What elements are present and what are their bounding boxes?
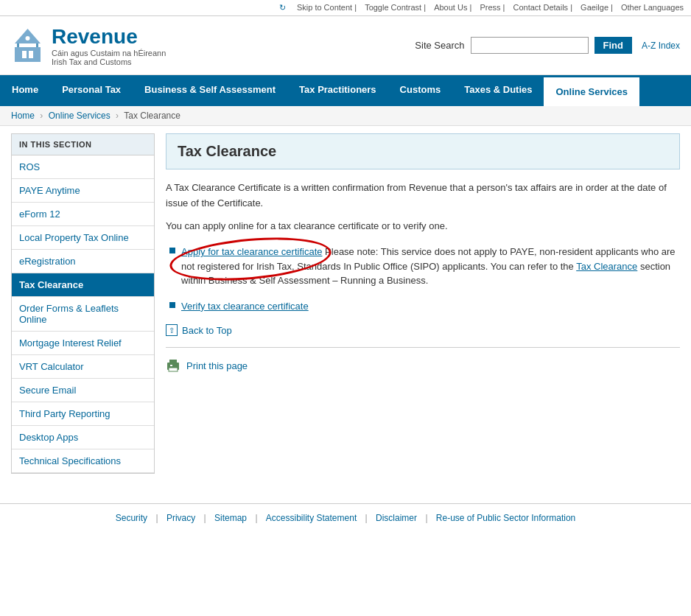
svg-rect-8: [169, 360, 177, 363]
print-icon: [166, 359, 180, 372]
search-input[interactable]: [471, 37, 589, 54]
sidebar: IN THIS SECTION ROS PAYE Anytime eForm 1…: [11, 133, 155, 474]
nav-online-services[interactable]: Online Services: [544, 75, 639, 106]
content-divider: [166, 347, 680, 348]
logo-area: Revenue Cáin agus Custaim na hÉireann Ir…: [11, 25, 166, 66]
sidebar-item-ros[interactable]: ROS: [12, 155, 154, 179]
about-us-link[interactable]: About Us: [434, 3, 467, 12]
svg-rect-0: [15, 47, 41, 62]
intro-paragraph-1: A Tax Clearance Certificate is a written…: [166, 181, 680, 211]
search-area: Site Search Find A-Z Index: [415, 37, 680, 54]
verify-bullet-item: Verify tax clearance certificate: [166, 299, 680, 314]
nav-taxes-duties[interactable]: Taxes & Duties: [452, 75, 544, 106]
print-page-link[interactable]: Print this page: [186, 360, 248, 371]
sidebar-item-tax-clearance[interactable]: Tax Clearance: [12, 273, 154, 297]
page-body: IN THIS SECTION ROS PAYE Anytime eForm 1…: [0, 126, 691, 481]
svg-rect-9: [169, 368, 178, 371]
intro-paragraph-2: You can apply online for a tax clearance…: [166, 219, 680, 234]
back-to-top-section: ⇧ Back to Top: [166, 324, 680, 336]
apply-bullet-item: Apply for tax clearance certificate Plea…: [166, 245, 680, 288]
footer-security-link[interactable]: Security: [116, 513, 147, 523]
page-title-box: Tax Clearance: [166, 133, 680, 169]
nav-personal-tax[interactable]: Personal Tax: [50, 75, 133, 106]
main-navigation: Home Personal Tax Business & Self Assess…: [0, 75, 691, 106]
sidebar-item-paye-anytime[interactable]: PAYE Anytime: [12, 179, 154, 203]
bullet-icon-2: [169, 302, 175, 308]
footer-sitemap-link[interactable]: Sitemap: [214, 513, 247, 523]
revenue-logo-icon: [11, 25, 44, 66]
find-button[interactable]: Find: [594, 37, 632, 54]
sidebar-item-order-forms[interactable]: Order Forms & Leaflets Online: [12, 297, 154, 332]
verify-text: Verify tax clearance certificate: [181, 299, 309, 314]
svg-rect-2: [22, 51, 27, 58]
footer: Security | Privacy | Sitemap | Accessibi…: [0, 503, 691, 532]
svg-rect-10: [170, 365, 172, 366]
footer-reuse-link[interactable]: Re-use of Public Sector Information: [436, 513, 575, 523]
page-title: Tax Clearance: [178, 143, 668, 160]
nav-tax-practitioners[interactable]: Tax Practitioners: [287, 75, 388, 106]
sidebar-item-secure-email[interactable]: Secure Email: [12, 379, 154, 402]
sidebar-item-local-property-tax[interactable]: Local Property Tax Online: [12, 226, 154, 250]
breadcrumb: Home › Online Services › Tax Clearance: [0, 106, 691, 126]
back-to-top-link[interactable]: Back to Top: [182, 325, 232, 336]
search-label: Site Search: [415, 40, 464, 51]
svg-point-6: [26, 36, 30, 41]
contact-details-link[interactable]: Contact Details: [513, 3, 569, 12]
verify-tax-clearance-link[interactable]: Verify tax clearance certificate: [181, 301, 309, 312]
sidebar-item-eregistration[interactable]: eRegistration: [12, 250, 154, 273]
logo-subtext2: Irish Tax and Customs: [52, 57, 166, 66]
apply-link-section: Apply for tax clearance certificate Plea…: [166, 245, 680, 288]
az-index-link[interactable]: A-Z Index: [642, 41, 680, 51]
svg-rect-5: [36, 43, 38, 47]
footer-disclaimer-link[interactable]: Disclaimer: [376, 513, 417, 523]
sidebar-item-desktop-apps[interactable]: Desktop Apps: [12, 426, 154, 449]
toggle-contrast-link[interactable]: Toggle Contrast: [365, 3, 421, 12]
apply-tax-clearance-link[interactable]: Apply for tax clearance certificate: [181, 246, 322, 257]
sidebar-item-third-party-reporting[interactable]: Third Party Reporting: [12, 402, 154, 426]
tax-clearance-ref-link[interactable]: Tax Clearance: [576, 261, 637, 272]
skip-to-content-link[interactable]: Skip to Content: [297, 3, 352, 12]
utility-bar: ↻ Skip to Content | Toggle Contrast | Ab…: [0, 0, 691, 16]
other-languages-link[interactable]: Other Languages: [621, 3, 684, 12]
logo-subtext1: Cáin agus Custaim na hÉireann: [52, 49, 166, 57]
gaeilge-link[interactable]: Gaeilge: [580, 3, 608, 12]
nav-home[interactable]: Home: [0, 75, 50, 106]
bullet-icon: [169, 248, 175, 253]
breadcrumb-online-services[interactable]: Online Services: [49, 111, 111, 121]
svg-rect-4: [17, 43, 19, 47]
footer-accessibility-link[interactable]: Accessibility Statement: [266, 513, 357, 523]
sidebar-item-vrt-calculator[interactable]: VRT Calculator: [12, 355, 154, 379]
footer-privacy-link[interactable]: Privacy: [166, 513, 195, 523]
logo-revenue: Revenue: [52, 25, 166, 49]
sidebar-item-eform12[interactable]: eForm 12: [12, 203, 154, 226]
breadcrumb-current: Tax Clearance: [124, 111, 180, 121]
sidebar-item-technical-specifications[interactable]: Technical Specifications: [12, 449, 154, 473]
press-link[interactable]: Press: [480, 3, 500, 12]
sidebar-section-label: IN THIS SECTION: [12, 134, 154, 155]
breadcrumb-home[interactable]: Home: [11, 111, 35, 121]
apply-text: Apply for tax clearance certificate Plea…: [181, 245, 680, 288]
sidebar-item-mortgage-interest[interactable]: Mortgage Interest Relief: [12, 332, 154, 355]
back-to-top-icon: ⇧: [166, 324, 178, 336]
nav-customs[interactable]: Customs: [388, 75, 453, 106]
header: Revenue Cáin agus Custaim na hÉireann Ir…: [0, 16, 691, 75]
main-content: Tax Clearance A Tax Clearance Certificat…: [166, 133, 680, 474]
nav-business-self-assessment[interactable]: Business & Self Assessment: [133, 75, 287, 106]
print-section: Print this page: [166, 359, 680, 372]
svg-rect-3: [29, 51, 33, 58]
